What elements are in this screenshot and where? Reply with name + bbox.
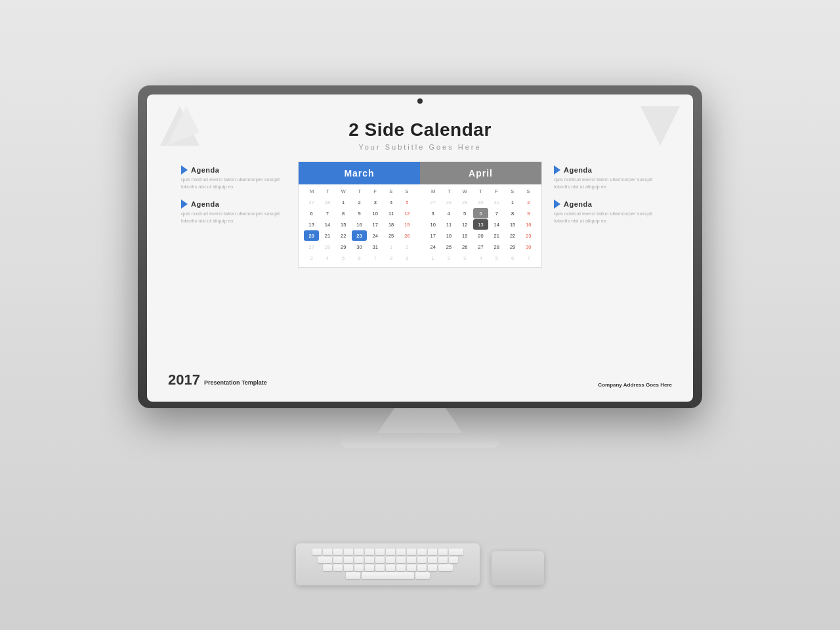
april-day-cell[interactable]: 18: [441, 230, 456, 241]
march-day-cell[interactable]: 29: [336, 242, 351, 252]
key[interactable]: [365, 549, 374, 555]
key[interactable]: [417, 556, 427, 563]
april-day-cell[interactable]: 20: [473, 230, 488, 241]
april-day-cell[interactable]: 26: [457, 242, 472, 252]
april-day-cell[interactable]: 30: [521, 242, 536, 252]
trackpad[interactable]: [492, 551, 544, 585]
april-day-cell[interactable]: 6: [505, 253, 520, 263]
march-day-cell[interactable]: 6: [304, 208, 319, 219]
march-day-cell[interactable]: 1: [336, 197, 351, 207]
april-day-cell[interactable]: 4: [473, 253, 488, 263]
april-day-cell[interactable]: 15: [505, 219, 520, 230]
april-day-cell[interactable]: 31: [489, 197, 504, 207]
april-day-cell[interactable]: 9: [521, 208, 536, 219]
key[interactable]: [407, 549, 416, 555]
key[interactable]: [386, 564, 395, 571]
key[interactable]: [438, 549, 448, 555]
april-day-cell[interactable]: 27: [425, 197, 440, 207]
march-day-cell[interactable]: 27: [304, 242, 319, 252]
key[interactable]: [438, 556, 448, 563]
march-day-cell[interactable]: 27: [304, 197, 319, 207]
march-day-cell[interactable]: 14: [320, 219, 335, 230]
april-day-cell[interactable]: 3: [425, 208, 440, 219]
key[interactable]: [428, 564, 437, 571]
key[interactable]: [407, 556, 416, 563]
april-day-cell[interactable]: 16: [521, 219, 536, 230]
april-day-cell[interactable]: 12: [457, 219, 472, 230]
key[interactable]: [318, 556, 332, 563]
march-day-cell[interactable]: 19: [400, 219, 415, 230]
key[interactable]: [415, 572, 430, 579]
april-day-cell[interactable]: 22: [505, 230, 520, 241]
april-day-cell[interactable]: 2: [521, 197, 536, 207]
key[interactable]: [417, 564, 427, 571]
key[interactable]: [346, 572, 360, 579]
key[interactable]: [333, 564, 343, 571]
april-day-cell[interactable]: 29: [505, 242, 520, 252]
space-key[interactable]: [362, 572, 414, 579]
key[interactable]: [449, 549, 463, 555]
april-day-cell[interactable]: 4: [441, 208, 456, 219]
key[interactable]: [344, 564, 353, 571]
april-day-cell[interactable]: 8: [505, 208, 520, 219]
march-day-cell[interactable]: 4: [383, 197, 398, 207]
april-day-cell[interactable]: 3: [457, 253, 472, 263]
key[interactable]: [375, 556, 385, 563]
march-day-cell[interactable]: 2: [352, 197, 367, 207]
march-day-cell[interactable]: 24: [368, 230, 383, 241]
march-day-cell[interactable]: 17: [368, 219, 383, 230]
march-day-cell[interactable]: 22: [336, 230, 351, 241]
key[interactable]: [312, 549, 322, 555]
april-day-cell[interactable]: 7: [489, 208, 504, 219]
key[interactable]: [344, 549, 353, 555]
key[interactable]: [365, 556, 374, 563]
key[interactable]: [375, 549, 385, 555]
april-day-cell[interactable]: 6: [473, 208, 488, 219]
key[interactable]: [428, 549, 437, 555]
april-day-cell[interactable]: 5: [457, 208, 472, 219]
march-day-cell[interactable]: 30: [352, 242, 367, 252]
key[interactable]: [354, 564, 364, 571]
april-day-cell[interactable]: 17: [425, 230, 440, 241]
april-day-cell[interactable]: 19: [457, 230, 472, 241]
april-day-cell[interactable]: 21: [489, 230, 504, 241]
key[interactable]: [354, 556, 364, 563]
april-day-cell[interactable]: 27: [473, 242, 488, 252]
april-day-cell[interactable]: 11: [441, 219, 456, 230]
march-day-cell[interactable]: 21: [320, 230, 335, 241]
april-day-cell[interactable]: 28: [441, 197, 456, 207]
keyboard[interactable]: [296, 543, 480, 585]
key[interactable]: [386, 556, 395, 563]
key[interactable]: [407, 564, 416, 571]
march-day-cell[interactable]: 1: [383, 242, 398, 252]
march-day-cell[interactable]: 7: [320, 208, 335, 219]
key[interactable]: [354, 549, 364, 555]
march-day-cell[interactable]: 12: [400, 208, 415, 219]
key[interactable]: [396, 549, 406, 555]
march-day-cell[interactable]: 10: [368, 208, 383, 219]
march-day-cell[interactable]: 3: [304, 253, 319, 263]
march-day-cell[interactable]: 25: [383, 230, 398, 241]
april-day-cell[interactable]: 1: [505, 197, 520, 207]
march-day-cell[interactable]: 4: [320, 253, 335, 263]
key[interactable]: [323, 564, 332, 571]
april-day-cell[interactable]: 30: [473, 197, 488, 207]
key[interactable]: [365, 564, 374, 571]
march-day-cell[interactable]: 2: [400, 242, 415, 252]
key[interactable]: [344, 556, 353, 563]
march-day-cell[interactable]: 16: [352, 219, 367, 230]
key[interactable]: [438, 564, 453, 571]
march-day-cell[interactable]: 13: [304, 219, 319, 230]
key[interactable]: [417, 549, 427, 555]
march-day-cell[interactable]: 28: [320, 242, 335, 252]
march-day-cell[interactable]: 20: [304, 230, 319, 241]
key[interactable]: [449, 556, 458, 563]
march-day-cell[interactable]: 11: [383, 208, 398, 219]
april-day-cell[interactable]: 5: [489, 253, 504, 263]
key[interactable]: [396, 564, 406, 571]
march-day-cell[interactable]: 23: [352, 230, 367, 241]
april-day-cell[interactable]: 2: [441, 253, 456, 263]
key[interactable]: [323, 549, 332, 555]
march-day-cell[interactable]: 8: [383, 253, 398, 263]
march-day-cell[interactable]: 6: [352, 253, 367, 263]
